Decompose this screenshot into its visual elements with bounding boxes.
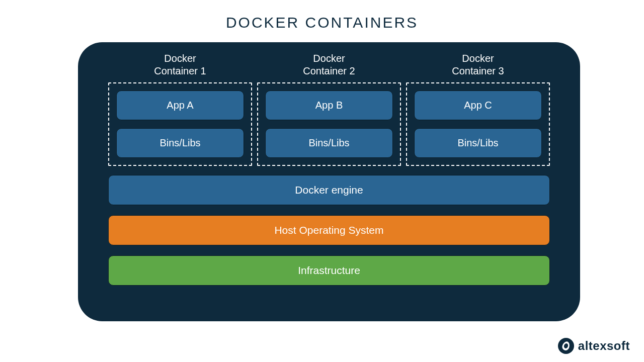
diagram-title: DOCKER CONTAINERS [0, 14, 644, 31]
container-3-bins: Bins/Libs [414, 128, 542, 158]
container-2-bins: Bins/Libs [265, 128, 393, 158]
container-2: Docker Container 2 App B Bins/Libs [257, 52, 401, 166]
container-1-label: Docker Container 1 [154, 52, 206, 77]
container-2-app: App B [265, 90, 393, 120]
container-1-bins: Bins/Libs [116, 128, 244, 158]
containers-row: Docker Container 1 App A Bins/Libs Docke… [108, 52, 550, 166]
container-3-box: App C Bins/Libs [406, 82, 550, 166]
diagram-panel: Docker Container 1 App A Bins/Libs Docke… [78, 42, 580, 321]
layer-infrastructure: Infrastructure [108, 255, 550, 286]
container-1-app: App A [116, 90, 244, 120]
container-1: Docker Container 1 App A Bins/Libs [108, 52, 252, 166]
brand-logo: altexsoft [558, 338, 630, 354]
brand-logo-text: altexsoft [578, 339, 630, 353]
container-3-label: Docker Container 3 [452, 52, 504, 77]
container-2-box: App B Bins/Libs [257, 82, 401, 166]
brand-logo-icon [558, 338, 574, 354]
layer-docker-engine: Docker engine [108, 175, 550, 205]
layer-host-os: Host Operating System [108, 215, 550, 245]
container-2-label: Docker Container 2 [303, 52, 355, 77]
container-3-app: App C [414, 90, 542, 120]
container-3: Docker Container 3 App C Bins/Libs [406, 52, 550, 166]
layer-stack: Docker engine Host Operating System Infr… [108, 175, 550, 286]
container-1-box: App A Bins/Libs [108, 82, 252, 166]
